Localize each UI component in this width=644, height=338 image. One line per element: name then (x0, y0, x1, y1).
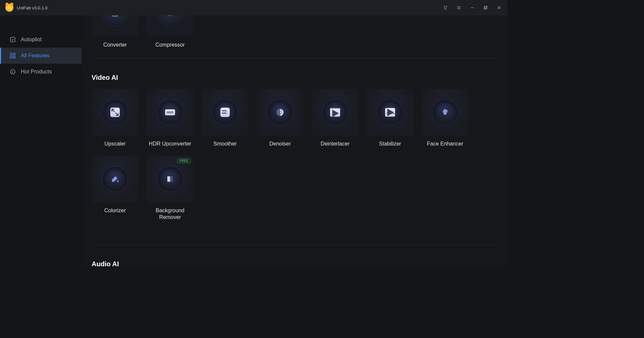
svg-rect-20 (167, 176, 170, 181)
minimize-icon[interactable] (470, 5, 475, 10)
feature-card-background-remover[interactable]: FREE (147, 156, 194, 203)
feature-label: HDR Upconverter (149, 140, 191, 148)
smoother-icon (219, 107, 231, 118)
svg-rect-5 (484, 7, 486, 9)
autopilot-icon (9, 36, 16, 43)
sidebar-item-label: All Features (21, 53, 49, 59)
feature-label: Background Remover (147, 207, 194, 221)
sidebar-item-label: Autopilot (21, 37, 42, 43)
feature-card-colorizer[interactable] (92, 156, 139, 203)
denoiser-icon (274, 107, 286, 118)
hdr-icon: HDR (164, 107, 176, 118)
feature-label: Stabilizer (379, 140, 401, 148)
grid-icon (9, 52, 16, 59)
maximize-icon[interactable] (483, 5, 488, 10)
upscaler-icon (109, 107, 121, 118)
menu-icon[interactable] (456, 5, 462, 10)
svg-rect-21 (170, 176, 173, 181)
free-badge: FREE (177, 158, 191, 163)
feature-label: Deinterlacer (321, 140, 350, 148)
fire-icon (9, 68, 16, 75)
sidebar: Autopilot All Features Hot Products (0, 15, 82, 266)
svg-point-19 (280, 113, 281, 114)
feature-card-compressor[interactable] (147, 15, 194, 37)
feature-label: Face Enhancer (427, 140, 464, 148)
feature-card-deinterlacer[interactable] (312, 89, 359, 136)
feature-card-upscaler[interactable] (92, 89, 139, 136)
feature-label: Colorizer (104, 207, 126, 214)
background-remover-icon (164, 173, 176, 185)
shirt-icon[interactable] (443, 5, 448, 10)
section-divider (92, 244, 497, 245)
main-content: Converter Compressor Video AI (82, 15, 507, 266)
titlebar: UniFab v3.0.1.0 (0, 0, 507, 15)
feature-card-smoother[interactable] (202, 89, 249, 136)
svg-rect-4 (485, 6, 487, 8)
section-title-audio-ai: Audio AI (92, 260, 497, 266)
svg-rect-14 (112, 15, 118, 16)
feature-label: Smoother (213, 140, 236, 148)
svg-rect-8 (10, 37, 15, 42)
sidebar-item-hot-products[interactable]: Hot Products (0, 64, 82, 80)
app-logo-icon (5, 4, 13, 12)
svg-rect-10 (13, 53, 15, 55)
compressor-icon (164, 15, 176, 19)
sidebar-item-label: Hot Products (21, 69, 52, 75)
deinterlacer-icon (329, 107, 341, 118)
converter-icon (109, 15, 121, 19)
sidebar-item-autopilot[interactable]: Autopilot (0, 32, 82, 48)
svg-rect-12 (13, 56, 15, 58)
feature-card-denoiser[interactable] (257, 89, 304, 136)
feature-label: Upscaler (104, 140, 125, 148)
svg-rect-9 (10, 53, 12, 55)
stabilizer-icon (384, 107, 396, 118)
feature-label: Converter (103, 42, 127, 49)
close-icon[interactable] (496, 5, 502, 10)
sidebar-item-all-features[interactable]: All Features (0, 48, 82, 64)
svg-point-18 (281, 113, 282, 113)
feature-card-stabilizer[interactable] (367, 89, 414, 136)
colorizer-icon (109, 173, 121, 185)
feature-label: Denoiser (269, 140, 291, 148)
feature-card-face-enhancer[interactable] (422, 89, 469, 136)
svg-rect-15 (167, 15, 173, 16)
svg-point-17 (281, 111, 281, 111)
feature-label: Compressor (155, 42, 184, 49)
feature-card-hdr-upconverter[interactable]: HDR (147, 89, 194, 136)
section-title-video-ai: Video AI (92, 74, 497, 81)
section-divider (92, 58, 497, 58)
svg-rect-11 (10, 56, 12, 58)
feature-card-converter[interactable] (92, 15, 139, 37)
app-title: UniFab v3.0.1.0 (17, 5, 48, 10)
face-enhancer-icon (439, 107, 451, 118)
